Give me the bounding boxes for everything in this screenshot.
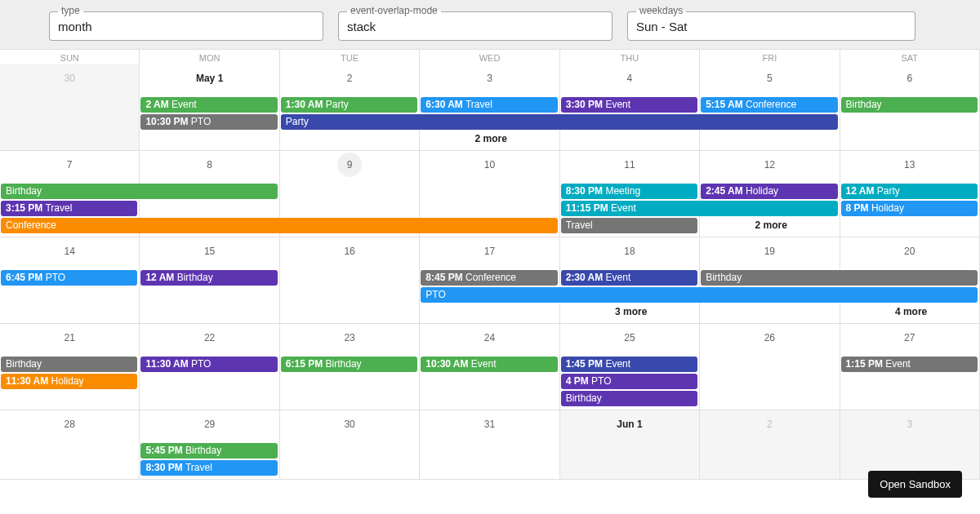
weekday-sat: SAT bbox=[840, 50, 980, 64]
calendar-event[interactable]: 6:30 AM Travel bbox=[421, 97, 557, 113]
calendar-event[interactable]: Birthday bbox=[1, 184, 278, 199]
calendar-event[interactable]: 8:30 PM Meeting bbox=[561, 184, 697, 199]
calendar-event[interactable]: 5:15 AM Conference bbox=[701, 97, 837, 113]
day-cell[interactable]: 2 bbox=[700, 410, 840, 479]
calendar-event[interactable]: 6:45 PM PTO bbox=[1, 270, 137, 286]
calendar-event[interactable]: 12 AM Birthday bbox=[140, 270, 277, 286]
day-number: 17 bbox=[477, 239, 501, 264]
day-number: 22 bbox=[198, 326, 222, 350]
day-number: 20 bbox=[898, 239, 922, 264]
select-type[interactable]: type month bbox=[49, 11, 323, 41]
weekday-wed: WED bbox=[420, 50, 559, 64]
toolbar: type month event-overlap-mode stack week… bbox=[0, 0, 980, 49]
calendar-event[interactable]: 6:15 PM Birthday bbox=[281, 357, 417, 372]
weekday-thu: THU bbox=[560, 50, 700, 64]
select-overlap-mode[interactable]: event-overlap-mode stack bbox=[338, 11, 612, 41]
weekday-tue: TUE bbox=[280, 50, 420, 64]
calendar-event[interactable]: Conference bbox=[1, 218, 558, 233]
day-cell[interactable]: 3 bbox=[840, 410, 980, 479]
day-number: 25 bbox=[617, 326, 642, 350]
day-number: 29 bbox=[198, 412, 222, 436]
day-number: 30 bbox=[337, 412, 362, 436]
day-cell[interactable]: 26 bbox=[700, 324, 840, 410]
calendar-event[interactable]: Birthday bbox=[1, 357, 137, 372]
day-number: 24 bbox=[477, 326, 501, 350]
calendar-event[interactable]: Birthday bbox=[701, 270, 978, 286]
select-type-label: type bbox=[58, 5, 83, 16]
calendar-event[interactable]: 1:45 PM Event bbox=[561, 357, 697, 372]
calendar-event[interactable]: 10:30 AM Event bbox=[421, 357, 557, 372]
day-number: 12 bbox=[757, 153, 782, 177]
day-number: 16 bbox=[337, 239, 362, 264]
more-events-link[interactable]: 2 more bbox=[700, 218, 837, 233]
day-number: May 1 bbox=[196, 66, 223, 91]
day-cell[interactable]: 30 bbox=[0, 64, 140, 150]
day-number: 15 bbox=[198, 239, 222, 264]
calendar-event[interactable]: PTO bbox=[421, 287, 978, 303]
day-number: 7 bbox=[57, 153, 82, 177]
day-number: 18 bbox=[617, 239, 642, 264]
calendar-event[interactable]: Party bbox=[281, 114, 838, 130]
calendar-week: 30May 1234562 AM Event1:30 AM Party6:30 … bbox=[0, 64, 980, 151]
day-number: 28 bbox=[57, 412, 82, 436]
calendar-event[interactable]: Birthday bbox=[561, 391, 697, 406]
calendar-event[interactable]: 11:15 PM Event bbox=[561, 201, 838, 216]
calendar-week: 21222324252627Birthday11:30 AM PTO6:15 P… bbox=[0, 324, 980, 410]
day-cell[interactable]: 31 bbox=[420, 410, 559, 479]
calendar-event[interactable]: Birthday bbox=[841, 97, 978, 113]
calendar-event[interactable]: 8:30 PM Travel bbox=[140, 460, 277, 476]
calendar-event[interactable]: 1:30 AM Party bbox=[281, 97, 417, 113]
calendar-event[interactable]: 12 AM Party bbox=[841, 184, 978, 199]
select-overlap-label: event-overlap-mode bbox=[347, 5, 441, 16]
calendar-event[interactable]: 8 PM Holiday bbox=[841, 201, 978, 216]
day-number: 13 bbox=[898, 153, 922, 177]
calendar-event[interactable]: Travel bbox=[561, 218, 697, 233]
select-overlap-value: stack bbox=[347, 20, 376, 33]
day-number: 30 bbox=[57, 66, 82, 91]
day-number: 8 bbox=[198, 153, 222, 177]
calendar-event[interactable]: 4 PM PTO bbox=[561, 374, 697, 389]
day-number: Jun 1 bbox=[617, 412, 642, 436]
day-number: 14 bbox=[57, 239, 82, 264]
calendar-event[interactable]: 8:45 PM Conference bbox=[421, 270, 557, 286]
calendar-event[interactable]: 2:30 AM Event bbox=[561, 270, 697, 286]
calendar-event[interactable]: 11:30 AM PTO bbox=[140, 357, 277, 372]
calendar-event[interactable]: 11:30 AM Holiday bbox=[1, 374, 137, 389]
calendar-week: 28293031Jun 1235:45 PM Birthday8:30 PM T… bbox=[0, 410, 980, 480]
day-number: 23 bbox=[337, 326, 362, 350]
day-number: 31 bbox=[477, 412, 501, 436]
calendar-event[interactable]: 10:30 PM PTO bbox=[140, 114, 277, 130]
calendar-event[interactable]: 3:15 PM Travel bbox=[1, 201, 137, 216]
more-events-link[interactable]: 2 more bbox=[420, 131, 557, 147]
day-cell[interactable]: Jun 1 bbox=[560, 410, 700, 479]
weekday-sun: SUN bbox=[0, 50, 140, 64]
calendar-event[interactable]: 3:30 PM Event bbox=[561, 97, 697, 113]
day-number: 27 bbox=[898, 326, 922, 350]
day-number: 3 bbox=[898, 412, 922, 436]
select-weekdays[interactable]: weekdays Sun - Sat bbox=[627, 11, 915, 41]
day-cell[interactable]: 30 bbox=[280, 410, 420, 479]
day-number: 9 bbox=[337, 153, 362, 177]
calendar-event[interactable]: 2 AM Event bbox=[140, 97, 277, 113]
calendar-event[interactable]: 1:15 PM Event bbox=[841, 357, 978, 372]
calendar-week: 141516171819206:45 PM PTO12 AM Birthday8… bbox=[0, 237, 980, 324]
more-events-link[interactable]: 4 more bbox=[840, 304, 978, 320]
day-number: 6 bbox=[898, 66, 922, 91]
calendar-event[interactable]: 5:45 PM Birthday bbox=[140, 443, 277, 459]
day-number: 2 bbox=[337, 66, 362, 91]
day-number: 10 bbox=[477, 153, 501, 177]
more-events-link[interactable]: 3 more bbox=[560, 304, 697, 320]
weekday-mon: MON bbox=[140, 50, 279, 64]
day-cell[interactable]: 28 bbox=[0, 410, 140, 479]
day-number: 26 bbox=[757, 326, 782, 350]
weekday-header: SUN MON TUE WED THU FRI SAT bbox=[0, 49, 980, 64]
calendar: SUN MON TUE WED THU FRI SAT 30May 123456… bbox=[0, 49, 980, 480]
day-number: 5 bbox=[757, 66, 782, 91]
open-sandbox-button[interactable]: Open Sandbox bbox=[868, 471, 962, 498]
day-cell[interactable]: 16 bbox=[280, 237, 420, 323]
select-weekdays-label: weekdays bbox=[636, 5, 686, 16]
day-number: 21 bbox=[57, 326, 82, 350]
calendar-event[interactable]: 2:45 AM Holiday bbox=[701, 184, 837, 199]
day-number: 2 bbox=[757, 412, 782, 436]
select-weekdays-value: Sun - Sat bbox=[636, 20, 688, 33]
